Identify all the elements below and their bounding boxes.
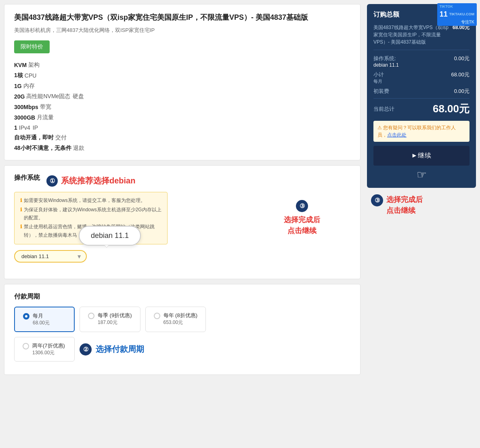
- payment-options: 每月 68.00元 每季 (9折优惠) 187.00元: [14, 307, 350, 332]
- order-setup-label: 初装费: [373, 88, 389, 95]
- product-title: 美国4837线路超大带宽VPS（双isp家宽住宅美国原生IP，不限流量VPS）-…: [14, 13, 350, 23]
- product-subtitle: 美国洛杉机机房，三网4837大陆优化网络，双ISP家宽住宅IP: [14, 27, 350, 34]
- cursor-icon: ☞: [373, 168, 470, 181]
- annotation3-sidebar-text: 选择完成后 点击继续: [386, 194, 423, 216]
- right-sidebar: 订购总额 美国4837线路超大带宽VPS（双isp家宽住宅美国原生IP，不限流量…: [367, 4, 476, 216]
- radio-monthly[interactable]: [23, 313, 29, 320]
- os-select-wrapper[interactable]: debian 11.1 debian 10 ubuntu 20.04 cento…: [14, 250, 87, 263]
- payment-option-monthly[interactable]: 每月 68.00元: [14, 307, 75, 332]
- continue-button[interactable]: ►继续: [373, 146, 470, 166]
- warning-2: ℹ 为保证良好体验，建议为Windows系统主机选择至少2G内存以上的配置。: [20, 206, 161, 222]
- payment-option-biennial[interactable]: 两年(7折优惠) 1306.00元: [14, 337, 75, 362]
- warning-1: ℹ 如需要安装Windows系统，请提交工单，客服为您处理。: [20, 196, 161, 204]
- annotation3-badge: ③: [296, 200, 308, 212]
- os-select[interactable]: debian 11.1 debian 10 ubuntu 20.04 cento…: [14, 250, 87, 263]
- yearly-price: 653.00元: [163, 319, 198, 326]
- help-link[interactable]: 点击此处: [387, 132, 407, 138]
- annotation2-container: ② 选择付款周期: [80, 337, 144, 362]
- spec-ipv4: 1 IPv4 IP: [14, 124, 350, 131]
- radio-quarterly[interactable]: [88, 313, 94, 319]
- payment-section: 付款周期 每月 68.00元 每季 (9折优惠: [4, 284, 361, 375]
- spec-list: KVM 架构 1核 CPU 1G 内存 20G 高性能NVMe固态 硬盘: [14, 61, 350, 152]
- payment-title: 付款周期: [14, 292, 350, 301]
- promo-button[interactable]: 限时特价: [14, 40, 50, 53]
- order-subtotal-row: 小计 每月 68.00元: [373, 71, 470, 84]
- spec-cpu: 1核 CPU: [14, 72, 350, 79]
- order-setup-row: 初装费 0.00元: [373, 88, 470, 95]
- biennial-price: 1306.00元: [32, 349, 65, 356]
- payment-options-row2: 两年(7折优惠) 1306.00元 ② 选择付款周期: [14, 337, 350, 362]
- os-right-annotation: ③ 选择完成后 点击继续: [254, 192, 350, 236]
- os-tooltip: debian 11.1: [79, 226, 141, 246]
- monthly-label: 每月: [33, 312, 50, 320]
- os-annotation-badge: ①: [46, 175, 58, 187]
- yearly-label: 每年 (8折优惠): [163, 312, 198, 319]
- watermark-num: 11: [440, 9, 448, 19]
- os-section: 操作系统 ① 系统推荐选择debian ℹ 如需要安装Windows系统，请提交…: [4, 165, 361, 279]
- order-os-value: debian 11.1: [373, 62, 399, 68]
- spec-delivery: 自动开通，即时 交付: [14, 134, 350, 141]
- annotation2-text: 选择付款周期: [96, 344, 144, 355]
- radio-biennial[interactable]: [23, 343, 29, 349]
- spec-disk: 20G 高性能NVMe固态 硬盘: [14, 93, 350, 100]
- spec-bandwidth: 300Mbps 带宽: [14, 103, 350, 111]
- os-annotation-text: 系统推荐选择debian: [61, 175, 135, 186]
- payment-option-quarterly[interactable]: 每季 (9折优惠) 187.00元: [80, 307, 140, 332]
- order-total-label: 当前总计: [373, 105, 394, 113]
- watermark-tiktok: TIKTOK: [440, 4, 474, 9]
- spec-refund: 48小时不满意，无条件 退款: [14, 145, 350, 152]
- order-subtotal-period: 每月: [373, 78, 384, 84]
- spec-ram: 1G 内存: [14, 82, 350, 90]
- order-summary-card: 订购总额 美国4837线路超大带宽VPS（双isp家宽住宅美国原生IP，不限流量…: [367, 4, 476, 188]
- order-subtotal-label: 小计: [373, 71, 384, 78]
- product-card: 美国4837线路超大带宽VPS（双isp家宽住宅美国原生IP，不限流量VPS）-…: [4, 4, 361, 160]
- radio-yearly[interactable]: [154, 313, 160, 319]
- annotation3-sidebar-badge: ③: [371, 194, 383, 206]
- watermark-domain: TIKTAKU.COM: [449, 12, 474, 17]
- monthly-price: 68.00元: [33, 320, 50, 326]
- order-product-name: 美国4837线路超大带宽VPS（双isp家宽住宅美国原生IP，不限流量VPS）-…: [373, 24, 470, 50]
- payment-option-yearly[interactable]: 每年 (8折优惠) 653.00元: [145, 307, 206, 332]
- spec-kvm: KVM 架构: [14, 61, 350, 69]
- order-subtotal-price: 68.00元: [451, 71, 470, 78]
- os-section-title: 操作系统: [14, 174, 40, 182]
- quarterly-label: 每季 (9折优惠): [98, 312, 132, 319]
- order-os-label: 操作系统:: [373, 55, 399, 62]
- watermark: TIKTOK 11 TIKTAKU.COM 专注TK: [437, 3, 477, 26]
- order-os-price: 0.00元: [454, 55, 470, 62]
- spec-traffic: 3000GB 月流量: [14, 114, 350, 121]
- help-box: ⚠ 您有疑问？可以联系我们的工作人员，点击此处: [373, 121, 470, 142]
- annotation3-text: 选择完成后 点击继续: [254, 215, 350, 236]
- order-total-price: 68.00元: [433, 102, 470, 116]
- order-setup-price: 0.00元: [454, 88, 470, 95]
- biennial-label: 两年(7折优惠): [32, 342, 65, 349]
- watermark-subtitle: 专注TK: [440, 19, 474, 25]
- order-total-row: 当前总计 68.00元: [373, 98, 470, 116]
- annotation2-badge: ②: [80, 343, 92, 355]
- sidebar-annotation-3: ③ 选择完成后 点击继续: [367, 194, 476, 216]
- quarterly-price: 187.00元: [98, 319, 132, 326]
- order-os-row: 操作系统: debian 11.1 0.00元: [373, 55, 470, 68]
